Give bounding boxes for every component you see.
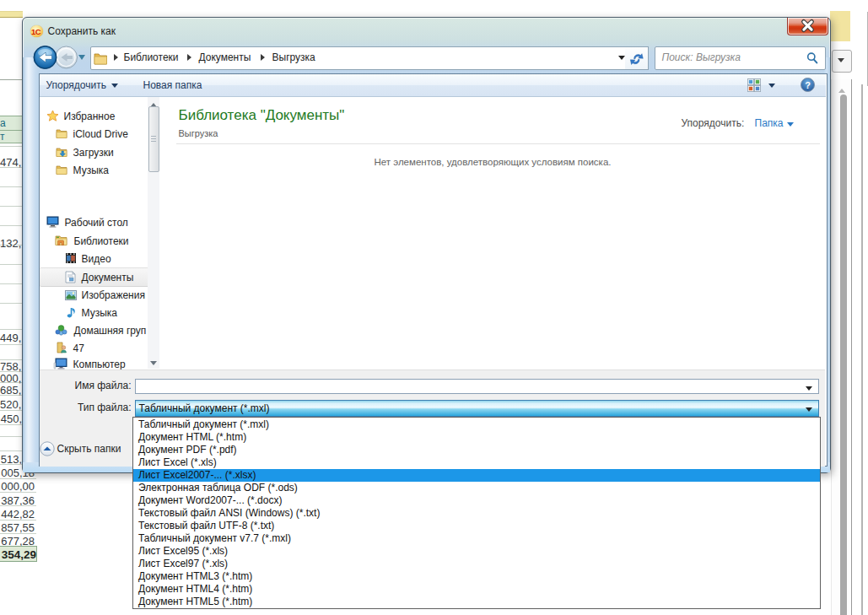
svg-text:?: ? xyxy=(805,79,811,89)
